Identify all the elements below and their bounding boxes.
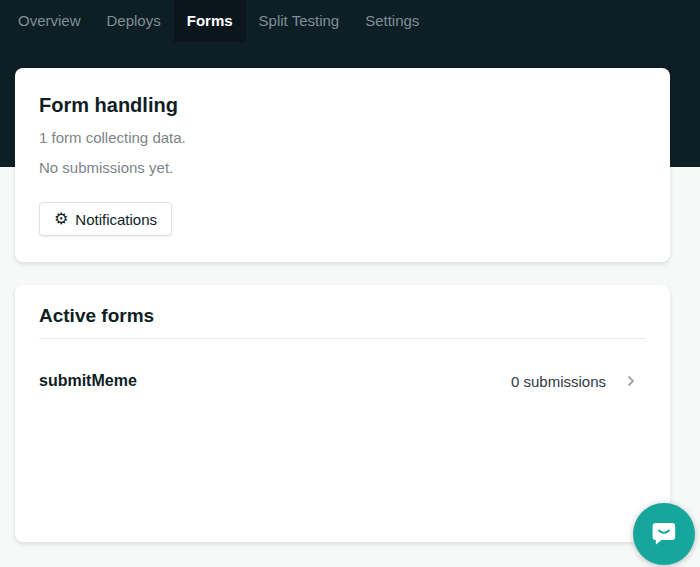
main-content: Form handling 1 form collecting data. No… bbox=[0, 42, 700, 542]
active-forms-card: Active forms submitMeme 0 submissions bbox=[15, 285, 670, 542]
tab-overview[interactable]: Overview bbox=[5, 0, 94, 42]
top-nav: Overview Deploys Forms Split Testing Set… bbox=[0, 0, 700, 42]
submissions-count: 0 submissions bbox=[511, 373, 606, 390]
messenger-bubble-icon bbox=[649, 519, 679, 549]
chat-launcher-button[interactable] bbox=[633, 503, 695, 565]
chevron-right-icon bbox=[624, 374, 638, 388]
divider bbox=[39, 338, 646, 339]
form-handling-card: Form handling 1 form collecting data. No… bbox=[15, 68, 670, 262]
tab-deploys[interactable]: Deploys bbox=[94, 0, 174, 42]
form-name[interactable]: submitMeme bbox=[39, 372, 137, 390]
tab-split-testing[interactable]: Split Testing bbox=[246, 0, 353, 42]
notifications-button[interactable]: ⚙ Notifications bbox=[39, 202, 172, 236]
tab-forms[interactable]: Forms bbox=[174, 0, 246, 42]
form-handling-title: Form handling bbox=[39, 94, 646, 117]
active-forms-title: Active forms bbox=[39, 305, 646, 327]
tab-settings[interactable]: Settings bbox=[352, 0, 432, 42]
form-row-submitmeme[interactable]: submitMeme 0 submissions bbox=[39, 372, 646, 390]
notifications-button-label: Notifications bbox=[75, 211, 157, 228]
forms-count-text: 1 form collecting data. bbox=[39, 129, 646, 146]
gear-icon: ⚙ bbox=[54, 211, 68, 227]
form-row-meta: 0 submissions bbox=[511, 373, 638, 390]
no-submissions-text: No submissions yet. bbox=[39, 159, 646, 176]
